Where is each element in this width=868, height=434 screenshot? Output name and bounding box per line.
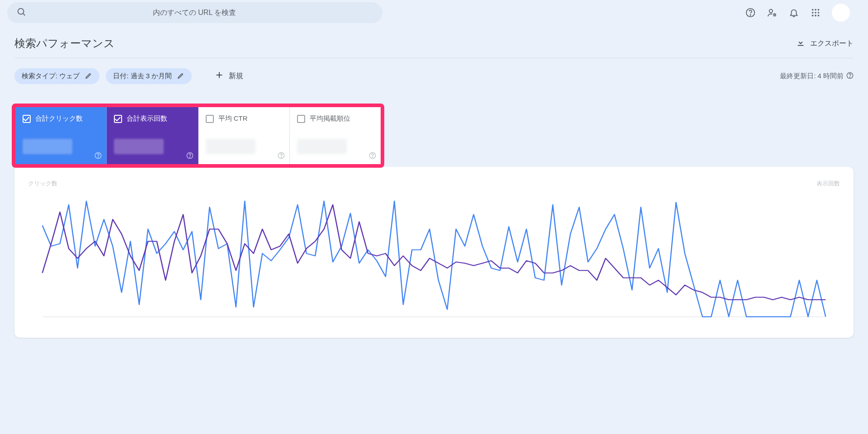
checkbox-icon bbox=[23, 115, 31, 123]
metric-label: 平均 CTR bbox=[218, 114, 248, 123]
svg-point-8 bbox=[818, 9, 820, 11]
svg-point-10 bbox=[815, 12, 816, 14]
url-inspect-search[interactable]: 内のすべての URL を検査 bbox=[7, 2, 382, 23]
filter-chip-search-type[interactable]: 検索タイプ: ウェブ bbox=[14, 68, 99, 84]
metric-label: 合計表示回数 bbox=[127, 114, 167, 123]
pencil-icon bbox=[177, 72, 184, 80]
notifications-icon[interactable] bbox=[788, 7, 799, 18]
metric-card-total-clicks[interactable]: 合計クリック数 bbox=[15, 107, 107, 164]
performance-line-chart bbox=[25, 190, 843, 321]
user-settings-icon[interactable] bbox=[767, 7, 778, 18]
svg-point-12 bbox=[812, 15, 814, 17]
svg-point-11 bbox=[818, 12, 820, 14]
search-icon bbox=[16, 7, 26, 19]
help-icon[interactable] bbox=[846, 72, 854, 80]
metric-card-avg-position[interactable]: 平均掲載順位 bbox=[290, 107, 381, 164]
last-updated-text: 最終更新日: 4 時間前 bbox=[780, 72, 844, 80]
svg-point-5 bbox=[774, 14, 775, 16]
help-icon[interactable] bbox=[278, 152, 285, 160]
checkbox-icon bbox=[114, 115, 122, 123]
topbar: 内のすべての URL を検査 bbox=[0, 0, 868, 25]
page-title: 検索パフォーマンス bbox=[14, 36, 115, 51]
metric-value-redacted bbox=[297, 139, 347, 154]
metric-card-total-impressions[interactable]: 合計表示回数 bbox=[107, 107, 198, 164]
metric-header: 合計クリック数 bbox=[23, 114, 99, 123]
apps-grid-icon[interactable] bbox=[810, 7, 821, 18]
last-updated: 最終更新日: 4 時間前 bbox=[780, 72, 854, 80]
chart-card: クリック数 表示回数 bbox=[14, 167, 854, 338]
svg-point-7 bbox=[815, 9, 816, 11]
metric-header: 合計表示回数 bbox=[114, 114, 190, 123]
metric-value-redacted bbox=[114, 139, 164, 154]
add-filter-button[interactable]: 新規 bbox=[209, 66, 249, 85]
svg-point-25 bbox=[281, 157, 281, 157]
checkbox-icon bbox=[206, 115, 214, 123]
svg-rect-15 bbox=[798, 45, 804, 46]
plus-icon bbox=[214, 70, 224, 82]
filter-row: 検索タイプ: ウェブ 日付: 過去 3 か月間 新規 最終更新日: 4 時間前 bbox=[0, 58, 868, 104]
help-icon[interactable] bbox=[94, 152, 102, 160]
checkbox-icon bbox=[297, 115, 305, 123]
svg-point-13 bbox=[815, 15, 816, 17]
metric-card-avg-ctr[interactable]: 平均 CTR bbox=[198, 107, 290, 164]
svg-point-14 bbox=[818, 15, 820, 17]
svg-point-3 bbox=[750, 14, 750, 15]
pencil-icon bbox=[85, 72, 92, 80]
metric-value-redacted bbox=[23, 139, 72, 154]
export-button[interactable]: エクスポート bbox=[796, 38, 854, 49]
chart-wrap bbox=[25, 190, 843, 321]
search-placeholder: 内のすべての URL を検査 bbox=[33, 8, 373, 18]
add-filter-label: 新規 bbox=[229, 71, 243, 81]
svg-line-1 bbox=[23, 14, 25, 15]
svg-point-6 bbox=[812, 9, 814, 11]
metric-header: 平均掲載順位 bbox=[297, 114, 373, 123]
right-axis-label: 表示回数 bbox=[816, 179, 840, 188]
metrics-row: 合計クリック数 合計表示回数 平均 CTR bbox=[15, 107, 381, 164]
svg-point-19 bbox=[849, 77, 850, 77]
svg-point-23 bbox=[189, 157, 190, 157]
svg-point-21 bbox=[98, 157, 99, 157]
chip-label: 検索タイプ: ウェブ bbox=[22, 72, 80, 80]
chip-label: 日付: 過去 3 か月間 bbox=[113, 72, 172, 80]
metrics-highlight-box: 合計クリック数 合計表示回数 平均 CTR bbox=[12, 104, 384, 168]
svg-point-4 bbox=[769, 9, 773, 13]
download-icon bbox=[796, 38, 806, 49]
metric-value-redacted bbox=[206, 139, 255, 154]
avatar[interactable] bbox=[832, 4, 850, 22]
chart-series-line bbox=[42, 201, 826, 317]
left-axis-label: クリック数 bbox=[28, 179, 57, 188]
help-icon[interactable] bbox=[745, 7, 756, 18]
help-icon[interactable] bbox=[186, 152, 193, 160]
metric-header: 平均 CTR bbox=[206, 114, 282, 123]
page-header: 検索パフォーマンス エクスポート bbox=[0, 25, 868, 58]
filter-chip-date[interactable]: 日付: 過去 3 か月間 bbox=[106, 68, 192, 84]
chart-axis-labels: クリック数 表示回数 bbox=[25, 179, 843, 190]
export-label: エクスポート bbox=[810, 39, 854, 48]
metric-label: 平均掲載順位 bbox=[310, 114, 350, 123]
svg-point-9 bbox=[812, 12, 814, 14]
svg-point-27 bbox=[372, 157, 373, 157]
topbar-actions bbox=[745, 4, 861, 22]
svg-point-0 bbox=[18, 9, 24, 14]
metric-label: 合計クリック数 bbox=[35, 114, 83, 123]
help-icon[interactable] bbox=[369, 152, 376, 160]
